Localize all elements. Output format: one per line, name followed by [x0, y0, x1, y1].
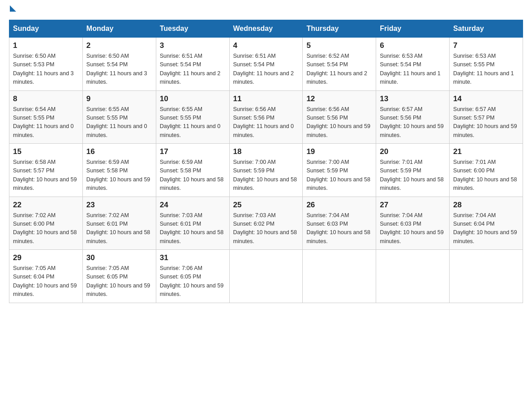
day-number: 22 [13, 201, 79, 210]
calendar-cell: 16 Sunrise: 6:59 AM Sunset: 5:58 PM Dayl… [82, 144, 156, 197]
day-number: 11 [233, 94, 299, 103]
calendar-cell: 8 Sunrise: 6:54 AM Sunset: 5:55 PM Dayli… [9, 90, 83, 144]
calendar-cell: 21 Sunrise: 7:01 AM Sunset: 6:00 PM Dayl… [450, 144, 523, 197]
day-info: Sunrise: 7:04 AM Sunset: 6:04 PM Dayligh… [453, 211, 519, 246]
day-number: 15 [13, 147, 79, 156]
day-info: Sunrise: 6:55 AM Sunset: 5:55 PM Dayligh… [160, 105, 226, 140]
day-info: Sunrise: 6:55 AM Sunset: 5:55 PM Dayligh… [86, 105, 152, 140]
day-info: Sunrise: 6:50 AM Sunset: 5:53 PM Dayligh… [13, 52, 79, 87]
calendar-cell: 19 Sunrise: 7:00 AM Sunset: 5:59 PM Dayl… [303, 144, 376, 197]
day-info: Sunrise: 6:56 AM Sunset: 5:56 PM Dayligh… [233, 105, 299, 140]
calendar-cell: 13 Sunrise: 6:57 AM Sunset: 5:56 PM Dayl… [376, 90, 450, 144]
day-number: 8 [13, 94, 79, 103]
calendar-cell: 1 Sunrise: 6:50 AM Sunset: 5:53 PM Dayli… [9, 38, 83, 91]
calendar-cell: 6 Sunrise: 6:53 AM Sunset: 5:54 PM Dayli… [376, 38, 450, 91]
day-info: Sunrise: 6:52 AM Sunset: 5:54 PM Dayligh… [306, 52, 372, 87]
day-number: 10 [160, 94, 226, 103]
calendar-cell: 2 Sunrise: 6:50 AM Sunset: 5:54 PM Dayli… [82, 38, 156, 91]
day-info: Sunrise: 7:00 AM Sunset: 5:59 PM Dayligh… [233, 158, 299, 193]
day-number: 31 [160, 253, 226, 262]
calendar-cell: 3 Sunrise: 6:51 AM Sunset: 5:54 PM Dayli… [156, 38, 229, 91]
day-info: Sunrise: 6:53 AM Sunset: 5:55 PM Dayligh… [453, 52, 519, 87]
day-number: 2 [86, 41, 152, 50]
day-info: Sunrise: 6:59 AM Sunset: 5:58 PM Dayligh… [160, 158, 226, 193]
day-info: Sunrise: 7:06 AM Sunset: 6:05 PM Dayligh… [160, 264, 226, 299]
day-number: 6 [380, 41, 446, 50]
day-number: 16 [86, 147, 152, 156]
day-info: Sunrise: 7:04 AM Sunset: 6:03 PM Dayligh… [306, 211, 372, 246]
page-header [9, 9, 523, 11]
calendar-cell: 12 Sunrise: 6:56 AM Sunset: 5:56 PM Dayl… [303, 90, 376, 144]
calendar-header-thursday: Thursday [303, 20, 376, 38]
day-number: 1 [13, 41, 79, 50]
calendar-week-row: 22 Sunrise: 7:02 AM Sunset: 6:00 PM Dayl… [9, 197, 523, 250]
day-number: 20 [380, 147, 446, 156]
calendar-cell: 22 Sunrise: 7:02 AM Sunset: 6:00 PM Dayl… [9, 197, 83, 250]
day-info: Sunrise: 7:04 AM Sunset: 6:03 PM Dayligh… [380, 211, 446, 246]
day-info: Sunrise: 6:57 AM Sunset: 5:57 PM Dayligh… [453, 105, 519, 140]
day-number: 30 [86, 253, 152, 262]
day-info: Sunrise: 7:02 AM Sunset: 6:01 PM Dayligh… [86, 211, 152, 246]
day-number: 24 [160, 201, 226, 210]
calendar-cell: 9 Sunrise: 6:55 AM Sunset: 5:55 PM Dayli… [82, 90, 156, 144]
calendar-cell: 15 Sunrise: 6:58 AM Sunset: 5:57 PM Dayl… [9, 144, 83, 197]
day-number: 27 [380, 201, 446, 210]
calendar-header-sunday: Sunday [9, 20, 83, 38]
logo-triangle-icon [10, 5, 16, 12]
calendar-cell: 31 Sunrise: 7:06 AM Sunset: 6:05 PM Dayl… [156, 250, 229, 303]
calendar-header-row: SundayMondayTuesdayWednesdayThursdayFrid… [9, 20, 523, 38]
calendar-week-row: 15 Sunrise: 6:58 AM Sunset: 5:57 PM Dayl… [9, 144, 523, 197]
day-info: Sunrise: 6:53 AM Sunset: 5:54 PM Dayligh… [380, 52, 446, 87]
calendar-week-row: 1 Sunrise: 6:50 AM Sunset: 5:53 PM Dayli… [9, 38, 523, 91]
day-number: 29 [13, 253, 79, 262]
day-number: 13 [380, 94, 446, 103]
day-info: Sunrise: 7:01 AM Sunset: 6:00 PM Dayligh… [453, 158, 519, 193]
calendar-cell [450, 250, 523, 303]
calendar-cell: 25 Sunrise: 7:03 AM Sunset: 6:02 PM Dayl… [229, 197, 303, 250]
calendar-cell: 11 Sunrise: 6:56 AM Sunset: 5:56 PM Dayl… [229, 90, 303, 144]
calendar-cell: 24 Sunrise: 7:03 AM Sunset: 6:01 PM Dayl… [156, 197, 229, 250]
day-info: Sunrise: 6:58 AM Sunset: 5:57 PM Dayligh… [13, 158, 79, 193]
calendar-cell: 17 Sunrise: 6:59 AM Sunset: 5:58 PM Dayl… [156, 144, 229, 197]
calendar-header-monday: Monday [82, 20, 156, 38]
calendar-cell: 27 Sunrise: 7:04 AM Sunset: 6:03 PM Dayl… [376, 197, 450, 250]
day-info: Sunrise: 7:05 AM Sunset: 6:04 PM Dayligh… [13, 264, 79, 299]
day-number: 17 [160, 147, 226, 156]
calendar-cell: 18 Sunrise: 7:00 AM Sunset: 5:59 PM Dayl… [229, 144, 303, 197]
day-info: Sunrise: 6:59 AM Sunset: 5:58 PM Dayligh… [86, 158, 152, 193]
day-number: 7 [453, 41, 519, 50]
calendar-cell [229, 250, 303, 303]
calendar-cell: 28 Sunrise: 7:04 AM Sunset: 6:04 PM Dayl… [450, 197, 523, 250]
day-info: Sunrise: 6:54 AM Sunset: 5:55 PM Dayligh… [13, 105, 79, 140]
day-number: 3 [160, 41, 226, 50]
day-number: 18 [233, 147, 299, 156]
calendar-cell: 30 Sunrise: 7:05 AM Sunset: 6:05 PM Dayl… [82, 250, 156, 303]
day-number: 9 [86, 94, 152, 103]
calendar-cell [303, 250, 376, 303]
day-info: Sunrise: 7:03 AM Sunset: 6:02 PM Dayligh… [233, 211, 299, 246]
day-info: Sunrise: 7:01 AM Sunset: 5:59 PM Dayligh… [380, 158, 446, 193]
calendar-cell: 4 Sunrise: 6:51 AM Sunset: 5:54 PM Dayli… [229, 38, 303, 91]
calendar-cell: 23 Sunrise: 7:02 AM Sunset: 6:01 PM Dayl… [82, 197, 156, 250]
day-info: Sunrise: 7:00 AM Sunset: 5:59 PM Dayligh… [306, 158, 372, 193]
calendar-cell: 5 Sunrise: 6:52 AM Sunset: 5:54 PM Dayli… [303, 38, 376, 91]
day-info: Sunrise: 7:03 AM Sunset: 6:01 PM Dayligh… [160, 211, 226, 246]
day-number: 25 [233, 201, 299, 210]
day-info: Sunrise: 6:51 AM Sunset: 5:54 PM Dayligh… [160, 52, 226, 87]
day-number: 23 [86, 201, 152, 210]
day-number: 21 [453, 147, 519, 156]
logo [9, 9, 16, 10]
calendar-week-row: 29 Sunrise: 7:05 AM Sunset: 6:04 PM Dayl… [9, 250, 523, 303]
calendar-cell: 29 Sunrise: 7:05 AM Sunset: 6:04 PM Dayl… [9, 250, 83, 303]
day-info: Sunrise: 6:51 AM Sunset: 5:54 PM Dayligh… [233, 52, 299, 87]
day-number: 19 [306, 147, 372, 156]
day-info: Sunrise: 7:02 AM Sunset: 6:00 PM Dayligh… [13, 211, 79, 246]
calendar-cell: 20 Sunrise: 7:01 AM Sunset: 5:59 PM Dayl… [376, 144, 450, 197]
calendar-cell: 26 Sunrise: 7:04 AM Sunset: 6:03 PM Dayl… [303, 197, 376, 250]
calendar-cell: 10 Sunrise: 6:55 AM Sunset: 5:55 PM Dayl… [156, 90, 229, 144]
day-number: 12 [306, 94, 372, 103]
day-info: Sunrise: 6:57 AM Sunset: 5:56 PM Dayligh… [380, 105, 446, 140]
calendar-header-wednesday: Wednesday [229, 20, 303, 38]
calendar-header-tuesday: Tuesday [156, 20, 229, 38]
day-number: 26 [306, 201, 372, 210]
